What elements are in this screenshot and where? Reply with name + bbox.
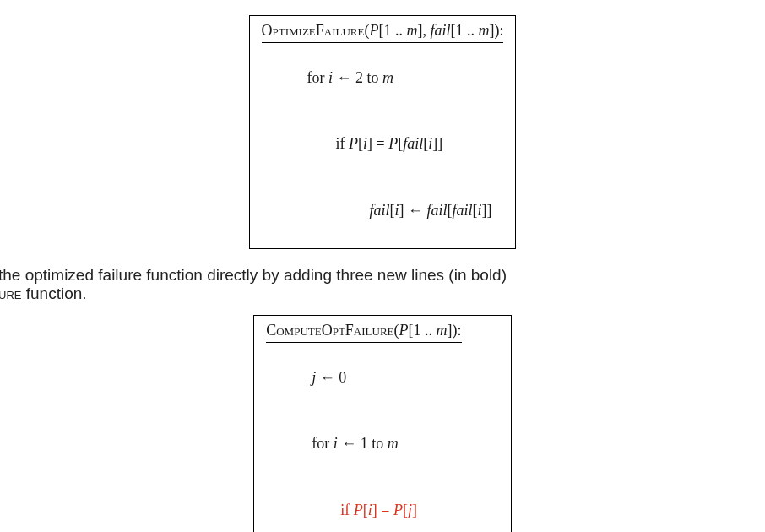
algo1-box: OptimizeFailure(P[1 .. m], fail[1 .. m])… — [249, 15, 517, 249]
t: fail — [453, 202, 473, 219]
t: ] ← — [399, 202, 427, 219]
t: if — [336, 135, 350, 152]
algo1-fail: fail — [430, 22, 450, 39]
t: for — [312, 435, 334, 452]
algo1-m1: m — [406, 22, 417, 39]
t: for — [307, 69, 329, 86]
t: ]] — [432, 135, 442, 152]
t: m — [382, 69, 393, 86]
t: ← 1 to — [338, 435, 388, 452]
prose-sc: ure — [0, 285, 21, 302]
t: if — [340, 502, 354, 518]
page: OptimizeFailure(P[1 .. m], fail[1 .. m])… — [0, 15, 765, 532]
prose-block: the optimized failure function directly … — [0, 266, 765, 303]
t: fail — [370, 202, 390, 219]
t: ← 0 — [316, 369, 346, 386]
algo1-r2b: ]): — [489, 22, 503, 39]
t: m — [437, 322, 448, 339]
algo2-container: ComputeOptFailure(P[1 .. m]): j ← 0 for … — [0, 315, 765, 532]
algo2-line2: for i ← 1 to m — [266, 410, 499, 476]
prose-line1: the optimized failure function directly … — [0, 266, 765, 285]
algo1-title: OptimizeFailure(P[1 .. m], fail[1 .. m])… — [262, 19, 504, 43]
t: ] = — [367, 135, 388, 152]
t: P — [399, 322, 409, 339]
algo1-line2: if P[i] = P[fail[i]] — [262, 111, 504, 176]
t: m — [388, 435, 399, 452]
t: ]] — [482, 202, 492, 219]
t: [1 .. — [409, 322, 437, 339]
t: fail — [403, 135, 423, 152]
algo1-container: OptimizeFailure(P[1 .. m], fail[1 .. m])… — [0, 15, 765, 249]
algo1-r1b: ], — [417, 22, 430, 39]
algo2-name: ComputeOptFailure — [266, 322, 393, 339]
algo2-line1: j ← 0 — [266, 345, 499, 410]
prose-line2: ure function. — [0, 285, 765, 303]
algo2-box: ComputeOptFailure(P[1 .. m]): j ← 0 for … — [253, 315, 512, 532]
t: P — [393, 502, 403, 518]
t: ] = — [372, 502, 393, 518]
algo1-m2: m — [478, 22, 489, 39]
algo1-r2: [1 .. — [450, 22, 478, 39]
algo1-r1: [1 .. — [378, 22, 406, 39]
t: P — [388, 135, 398, 152]
algo2-line3: if P[i] = P[j] — [266, 477, 499, 532]
algo1-P: P — [369, 22, 378, 39]
t: ← 2 to — [333, 69, 382, 86]
algo1-name: OptimizeFailure — [262, 22, 365, 39]
prose-rest: function. — [21, 285, 86, 302]
t: fail — [427, 202, 448, 219]
t: ] — [412, 502, 417, 518]
algo2-title: ComputeOptFailure(P[1 .. m]): — [266, 319, 461, 343]
t: P — [354, 502, 363, 518]
algo1-line1: for i ← 2 to m — [262, 45, 504, 111]
algo1-line3: fail[i] ← fail[fail[i]] — [262, 177, 504, 243]
t: ]): — [448, 322, 462, 339]
t: P — [349, 135, 358, 152]
